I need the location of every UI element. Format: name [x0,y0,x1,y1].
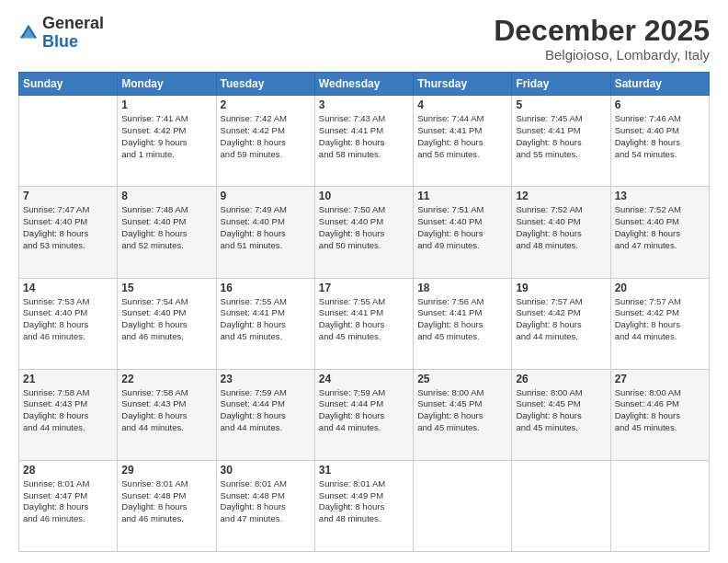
day-info: Sunrise: 7:52 AM Sunset: 4:40 PM Dayligh… [615,204,705,251]
day-info: Sunrise: 8:00 AM Sunset: 4:45 PM Dayligh… [417,387,507,434]
calendar-cell [512,460,610,551]
day-number: 4 [417,98,507,111]
calendar-week-5: 28Sunrise: 8:01 AM Sunset: 4:47 PM Dayli… [19,460,710,551]
day-info: Sunrise: 7:46 AM Sunset: 4:40 PM Dayligh… [615,113,705,160]
day-number: 1 [121,98,211,111]
day-number: 14 [23,282,113,294]
calendar-cell: 1Sunrise: 7:41 AM Sunset: 4:42 PM Daylig… [118,96,216,187]
day-info: Sunrise: 8:01 AM Sunset: 4:48 PM Dayligh… [121,478,211,525]
day-number: 5 [516,98,606,111]
day-info: Sunrise: 7:50 AM Sunset: 4:40 PM Dayligh… [319,204,409,251]
calendar-cell: 16Sunrise: 7:55 AM Sunset: 4:41 PM Dayli… [216,278,314,369]
header: General Blue December 2025 Belgioioso, L… [18,15,710,63]
calendar-cell: 12Sunrise: 7:52 AM Sunset: 4:40 PM Dayli… [512,187,610,278]
location-subtitle: Belgioioso, Lombardy, Italy [494,47,710,63]
day-info: Sunrise: 7:58 AM Sunset: 4:43 PM Dayligh… [23,387,113,434]
day-number: 16 [221,282,311,294]
day-info: Sunrise: 7:44 AM Sunset: 4:41 PM Dayligh… [417,113,507,160]
calendar-weekday-friday: Friday [512,73,610,96]
calendar-week-4: 21Sunrise: 7:58 AM Sunset: 4:43 PM Dayli… [19,369,710,460]
calendar-week-2: 7Sunrise: 7:47 AM Sunset: 4:40 PM Daylig… [19,187,710,278]
calendar-cell: 7Sunrise: 7:47 AM Sunset: 4:40 PM Daylig… [19,187,118,278]
day-info: Sunrise: 8:01 AM Sunset: 4:47 PM Dayligh… [23,478,113,525]
day-number: 20 [615,282,705,294]
day-info: Sunrise: 7:48 AM Sunset: 4:40 PM Dayligh… [121,204,211,251]
calendar-weekday-sunday: Sunday [19,73,118,96]
day-number: 27 [615,373,705,385]
day-number: 21 [23,373,113,385]
day-number: 25 [417,373,507,385]
day-info: Sunrise: 7:45 AM Sunset: 4:41 PM Dayligh… [516,113,606,160]
day-number: 30 [221,464,311,477]
day-number: 3 [319,98,409,111]
day-info: Sunrise: 7:57 AM Sunset: 4:42 PM Dayligh… [516,296,606,343]
day-number: 22 [121,373,211,385]
calendar-cell: 22Sunrise: 7:58 AM Sunset: 4:43 PM Dayli… [118,369,216,460]
calendar-cell [414,460,512,551]
logo-blue: Blue [42,32,78,51]
page: General Blue December 2025 Belgioioso, L… [0,0,728,563]
logo-icon [18,23,39,43]
calendar-cell: 31Sunrise: 8:01 AM Sunset: 4:49 PM Dayli… [314,460,413,551]
calendar-cell: 13Sunrise: 7:52 AM Sunset: 4:40 PM Dayli… [610,187,709,278]
day-info: Sunrise: 7:55 AM Sunset: 4:41 PM Dayligh… [221,296,311,343]
day-number: 19 [516,282,606,294]
day-number: 18 [417,282,507,294]
day-info: Sunrise: 7:55 AM Sunset: 4:41 PM Dayligh… [319,296,409,343]
day-info: Sunrise: 7:58 AM Sunset: 4:43 PM Dayligh… [121,387,211,434]
calendar-cell: 26Sunrise: 8:00 AM Sunset: 4:45 PM Dayli… [512,369,610,460]
day-number: 23 [221,373,311,385]
calendar-cell: 4Sunrise: 7:44 AM Sunset: 4:41 PM Daylig… [414,96,512,187]
calendar-week-1: 1Sunrise: 7:41 AM Sunset: 4:42 PM Daylig… [19,96,710,187]
day-info: Sunrise: 7:52 AM Sunset: 4:40 PM Dayligh… [516,204,606,251]
calendar-cell: 25Sunrise: 8:00 AM Sunset: 4:45 PM Dayli… [414,369,512,460]
day-number: 8 [121,190,211,202]
calendar-cell: 14Sunrise: 7:53 AM Sunset: 4:40 PM Dayli… [19,278,118,369]
calendar-cell: 2Sunrise: 7:42 AM Sunset: 4:42 PM Daylig… [216,96,314,187]
calendar-weekday-wednesday: Wednesday [314,73,413,96]
day-info: Sunrise: 7:57 AM Sunset: 4:42 PM Dayligh… [615,296,705,343]
calendar-cell: 20Sunrise: 7:57 AM Sunset: 4:42 PM Dayli… [610,278,709,369]
calendar-weekday-tuesday: Tuesday [216,73,314,96]
calendar-cell: 19Sunrise: 7:57 AM Sunset: 4:42 PM Dayli… [512,278,610,369]
calendar-cell [19,96,118,187]
day-number: 31 [319,464,409,477]
calendar-cell: 11Sunrise: 7:51 AM Sunset: 4:40 PM Dayli… [414,187,512,278]
day-number: 6 [615,98,705,111]
day-info: Sunrise: 7:54 AM Sunset: 4:40 PM Dayligh… [121,296,211,343]
month-title: December 2025 [494,15,710,47]
calendar-cell: 9Sunrise: 7:49 AM Sunset: 4:40 PM Daylig… [216,187,314,278]
day-info: Sunrise: 8:01 AM Sunset: 4:48 PM Dayligh… [221,478,311,525]
day-number: 15 [121,282,211,294]
calendar-cell: 30Sunrise: 8:01 AM Sunset: 4:48 PM Dayli… [216,460,314,551]
day-number: 7 [23,190,113,202]
calendar-cell: 18Sunrise: 7:56 AM Sunset: 4:41 PM Dayli… [414,278,512,369]
calendar: SundayMondayTuesdayWednesdayThursdayFrid… [18,72,710,552]
day-number: 24 [319,373,409,385]
day-info: Sunrise: 7:49 AM Sunset: 4:40 PM Dayligh… [221,204,311,251]
calendar-cell: 17Sunrise: 7:55 AM Sunset: 4:41 PM Dayli… [314,278,413,369]
day-number: 9 [221,190,311,202]
calendar-cell: 10Sunrise: 7:50 AM Sunset: 4:40 PM Dayli… [314,187,413,278]
day-info: Sunrise: 7:43 AM Sunset: 4:41 PM Dayligh… [319,113,409,160]
day-info: Sunrise: 8:00 AM Sunset: 4:46 PM Dayligh… [615,387,705,434]
calendar-cell: 5Sunrise: 7:45 AM Sunset: 4:41 PM Daylig… [512,96,610,187]
day-number: 13 [615,190,705,202]
calendar-cell: 6Sunrise: 7:46 AM Sunset: 4:40 PM Daylig… [610,96,709,187]
title-block: December 2025 Belgioioso, Lombardy, Ital… [494,15,710,63]
calendar-cell: 24Sunrise: 7:59 AM Sunset: 4:44 PM Dayli… [314,369,413,460]
day-number: 29 [121,464,211,477]
calendar-header-row: SundayMondayTuesdayWednesdayThursdayFrid… [19,73,710,96]
logo-general: General [42,14,104,32]
calendar-cell: 15Sunrise: 7:54 AM Sunset: 4:40 PM Dayli… [118,278,216,369]
day-number: 10 [319,190,409,202]
day-number: 2 [221,98,311,111]
day-info: Sunrise: 7:59 AM Sunset: 4:44 PM Dayligh… [221,387,311,434]
calendar-cell: 29Sunrise: 8:01 AM Sunset: 4:48 PM Dayli… [118,460,216,551]
calendar-cell: 23Sunrise: 7:59 AM Sunset: 4:44 PM Dayli… [216,369,314,460]
logo-text: General Blue [42,15,104,52]
day-info: Sunrise: 7:41 AM Sunset: 4:42 PM Dayligh… [121,113,211,160]
day-number: 12 [516,190,606,202]
calendar-week-3: 14Sunrise: 7:53 AM Sunset: 4:40 PM Dayli… [19,278,710,369]
calendar-cell: 8Sunrise: 7:48 AM Sunset: 4:40 PM Daylig… [118,187,216,278]
